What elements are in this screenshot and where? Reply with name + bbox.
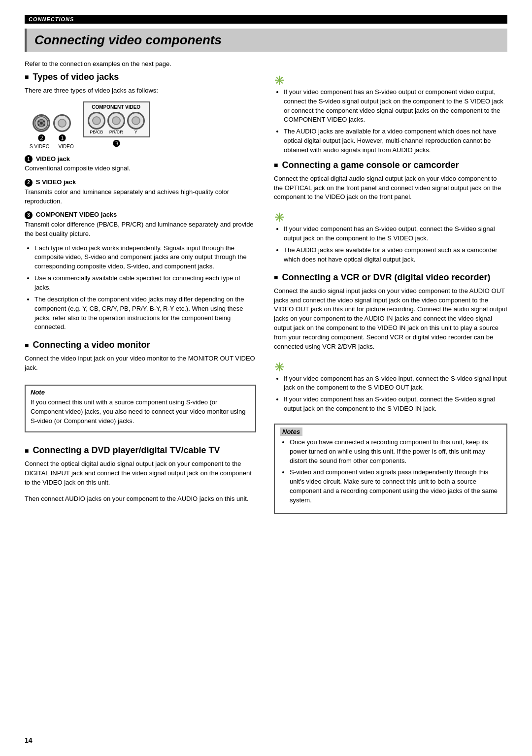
pr-label: PR/CR: [109, 130, 123, 134]
svideo-video-label: S VIDEOVIDEO: [30, 144, 74, 149]
pb-label: PB/CB: [90, 130, 103, 134]
jack-desc-2: Transmits color and luminance separately…: [25, 188, 256, 206]
note-title: Note: [31, 389, 250, 396]
svideo-video-group: ❷ ❶ S VIDEOVIDEO: [30, 114, 74, 149]
y-label: Y: [134, 130, 137, 134]
vcr-tip-list: If your video component has an S-video i…: [274, 374, 507, 414]
tip-icon-3: ✳️: [274, 362, 285, 372]
svideo-num: ❷: [37, 133, 45, 144]
jack-title-2: 2 S VIDEO jack: [25, 178, 256, 187]
section-vcr-dvr: Connecting a VCR or DVR (digital video r…: [274, 272, 507, 519]
bullet-2: Use a commercially available cable speci…: [34, 274, 256, 293]
types-bullet-list: Each type of video jack works independen…: [25, 244, 256, 332]
section-title-vcr: Connecting a VCR or DVR (digital video r…: [274, 272, 507, 283]
two-column-layout: Types of video jacks There are three typ…: [25, 72, 507, 527]
component-video-title: COMPONENT VIDEO: [88, 104, 145, 110]
tip-group-1: ✳️ If your video component has an S-vide…: [274, 72, 507, 155]
section-title-game: Connecting a game console or camcorder: [274, 160, 507, 170]
game-tip-2: The AUDIO jacks are available for a vide…: [284, 246, 507, 264]
notes-box-vcr: Notes Once you have connected a recordin…: [274, 424, 507, 514]
jack-item-1: 1 VIDEO jack Conventional composite vide…: [25, 155, 256, 173]
video-jack-wrapper: ❶: [53, 114, 71, 144]
svg-point-2: [40, 122, 43, 125]
bullet-3: The description of the component video j…: [34, 295, 256, 332]
game-tip-list: If your video component has an S-video o…: [274, 225, 507, 264]
section-dvd-player: Connecting a DVD player/digital TV/cable…: [25, 445, 256, 503]
right-column: ✳️ If your video component has an S-vide…: [274, 72, 507, 527]
tip-icon-2: ✳️: [274, 212, 285, 223]
section-title-monitor: Connecting a video monitor: [25, 340, 256, 350]
svideo-jack-icon: [33, 114, 50, 132]
svg-point-4: [43, 120, 45, 122]
pb-cb-jack: PB/CB: [88, 112, 105, 134]
svg-point-6: [43, 124, 45, 126]
y-jack-inner: [132, 116, 140, 125]
note-box-monitor: Note If you connect this unit with a sou…: [25, 385, 256, 433]
svg-point-3: [37, 120, 39, 122]
jack-item-3: 3 COMPONENT VIDEO jacks Transmit color d…: [25, 211, 256, 238]
section-game-console: Connecting a game console or camcorder C…: [274, 160, 507, 264]
game-body: Connect the optical digital audio signal…: [274, 174, 507, 202]
jack-desc-1: Conventional composite video signal.: [25, 164, 256, 173]
vcr-tip-1: If your video component has an S-video i…: [284, 374, 507, 393]
jack-desc-3: Transmit color difference (PB/CB, PR/CR)…: [25, 220, 256, 239]
section-types-of-video-jacks: Types of video jacks There are three typ…: [25, 72, 256, 332]
dvd-body2: Then connect AUDIO jacks on your compone…: [25, 494, 256, 504]
pb-jack-inner: [92, 116, 101, 125]
intro-text: Refer to the connection examples on the …: [25, 60, 507, 69]
pb-jack-icon: [88, 112, 105, 130]
notes-bullet-2: S-video and component video signals pass…: [290, 468, 501, 505]
y-jack: Y: [127, 112, 145, 134]
num-3: 3: [25, 211, 33, 219]
num-1: 1: [25, 155, 33, 163]
num-2: 2: [25, 179, 33, 187]
tip1-bullet-list: If your video component has an S-video o…: [274, 88, 507, 155]
jack-item-2: 2 S VIDEO jack Transmits color and lumin…: [25, 178, 256, 206]
breadcrumb: CONNECTIONS: [25, 15, 507, 24]
page: CONNECTIONS Connecting video components …: [0, 0, 532, 756]
bullet-1: Each type of video jack works independen…: [34, 244, 256, 272]
monitor-body: Connect the video input jack on your vid…: [25, 354, 256, 373]
video-jack-inner: [58, 119, 66, 128]
svg-point-5: [37, 124, 39, 126]
jack-title-3: 3 COMPONENT VIDEO jacks: [25, 211, 256, 219]
svideo-video-inner: ❷ ❶: [33, 114, 71, 144]
tip-icon-1: ✳️: [274, 75, 285, 86]
dvd-body1: Connect the optical digital audio signal…: [25, 460, 256, 488]
notes-bullet-list: Once you have connected a recording comp…: [280, 438, 501, 505]
pr-jack-inner: [112, 116, 121, 125]
notes-title: Notes: [280, 427, 302, 436]
component-video-box: COMPONENT VIDEO PB/CB: [83, 101, 150, 137]
video-jack-icon: [53, 114, 71, 132]
y-jack-icon: [127, 112, 145, 130]
vcr-tip-2: If your video component has an S-video o…: [284, 395, 507, 414]
main-title: Connecting video components: [25, 29, 507, 52]
video-num: ❶: [58, 133, 66, 144]
notes-bullet-1: Once you have connected a recording comp…: [290, 438, 501, 466]
vcr-body: Connect the audio signal input jacks on …: [274, 287, 507, 352]
component-jacks: PB/CB PR/CR: [88, 112, 145, 134]
subtitle-types: There are three types of video jacks as …: [25, 86, 256, 96]
breadcrumb-text: CONNECTIONS: [29, 16, 74, 22]
pr-cr-jack: PR/CR: [107, 112, 125, 134]
note-body: If you connect this unit with a source c…: [31, 398, 250, 426]
jack-diagram: ❷ ❶ S VIDEOVIDEO: [30, 101, 256, 149]
section-title-dvd: Connecting a DVD player/digital TV/cable…: [25, 445, 256, 456]
component-num: ❸: [112, 138, 120, 149]
tip1-bullet-2: The AUDIO jacks are available for a vide…: [284, 127, 507, 155]
pr-jack-icon: [107, 112, 125, 130]
left-column: Types of video jacks There are three typ…: [25, 72, 256, 527]
section-video-monitor: Connecting a video monitor Connect the v…: [25, 340, 256, 437]
tip1-bullet-1: If your video component has an S-video o…: [284, 88, 507, 125]
svideo-jack-wrapper: ❷: [33, 114, 50, 144]
section-title-types: Types of video jacks: [25, 72, 256, 82]
page-number: 14: [25, 736, 33, 744]
jack-title-1: 1 VIDEO jack: [25, 155, 256, 164]
component-video-group: COMPONENT VIDEO PB/CB: [83, 101, 150, 149]
game-tip-1: If your video component has an S-video o…: [284, 225, 507, 243]
